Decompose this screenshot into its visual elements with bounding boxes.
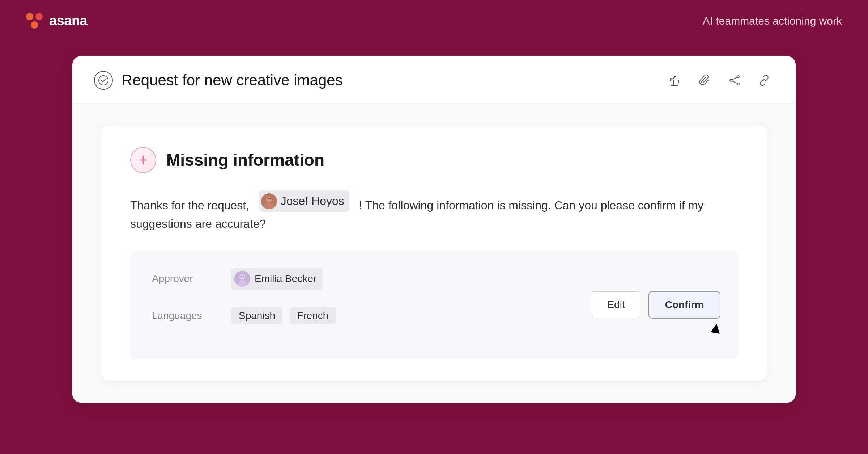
svg-point-11	[269, 197, 271, 199]
approver-row: Approver	[152, 268, 716, 290]
task-actions	[665, 71, 774, 90]
svg-point-2	[737, 76, 739, 78]
task-header: Request for new creative images	[72, 56, 796, 104]
svg-point-15	[241, 276, 242, 277]
approver-label: Approver	[152, 273, 231, 285]
message-prefix: Thanks for the request,	[130, 199, 249, 212]
logo-dots-icon	[26, 13, 43, 29]
message-text: Thanks for the request,	[130, 190, 738, 233]
user-avatar-img	[261, 193, 277, 209]
logo-dot-center	[31, 21, 38, 29]
user-name: Josef Hoyos	[281, 192, 344, 210]
top-bar: asana AI teammates actioning work	[0, 0, 868, 42]
task-title: Request for new creative images	[122, 72, 343, 89]
logo: asana	[26, 13, 87, 29]
svg-point-16	[243, 276, 244, 277]
action-buttons: Edit Confirm ▲	[591, 291, 720, 319]
task-title-area: Request for new creative images	[94, 71, 343, 90]
svg-point-3	[737, 83, 739, 85]
svg-line-4	[732, 77, 737, 80]
missing-info-header: Missing information	[130, 147, 738, 173]
approver-name: Emilia Becker	[255, 273, 316, 285]
approver-avatar	[234, 271, 250, 287]
svg-point-10	[268, 198, 269, 199]
svg-line-5	[732, 81, 737, 84]
paperclip-icon[interactable]	[695, 71, 715, 90]
inner-card: Missing information Thanks for the reque…	[101, 125, 767, 381]
confirm-button[interactable]: Confirm	[648, 291, 720, 319]
tagline: AI teammates actioning work	[703, 15, 842, 27]
logo-text: asana	[49, 13, 87, 29]
approver-chip: Emilia Becker	[231, 268, 323, 290]
ai-icon	[130, 147, 156, 173]
task-complete-icon[interactable]	[94, 71, 113, 90]
svg-point-13	[239, 274, 245, 280]
edit-button[interactable]: Edit	[591, 291, 641, 318]
share-icon[interactable]	[725, 71, 744, 90]
main-container: Request for new creative images	[0, 42, 868, 454]
user-mention: Josef Hoyos	[259, 190, 349, 212]
link-icon[interactable]	[754, 71, 774, 90]
logo-dot-left	[26, 13, 33, 20]
missing-info-title: Missing information	[166, 150, 324, 170]
svg-point-8	[266, 197, 272, 202]
user-avatar	[261, 193, 277, 209]
approver-avatar-inner	[234, 271, 250, 287]
svg-point-0	[99, 76, 108, 85]
language-tag-french: French	[290, 307, 336, 324]
thumbs-up-icon[interactable]	[665, 71, 685, 90]
svg-point-6	[142, 159, 145, 161]
svg-point-1	[730, 79, 732, 81]
logo-dot-right	[35, 13, 43, 20]
approver-value: Emilia Becker	[231, 268, 716, 290]
card-body: Missing information Thanks for the reque…	[72, 104, 796, 403]
language-tag-spanish: Spanish	[231, 307, 282, 324]
outer-card: Request for new creative images	[72, 56, 796, 403]
info-table-card: Approver	[130, 251, 738, 359]
languages-label: Languages	[152, 310, 231, 321]
